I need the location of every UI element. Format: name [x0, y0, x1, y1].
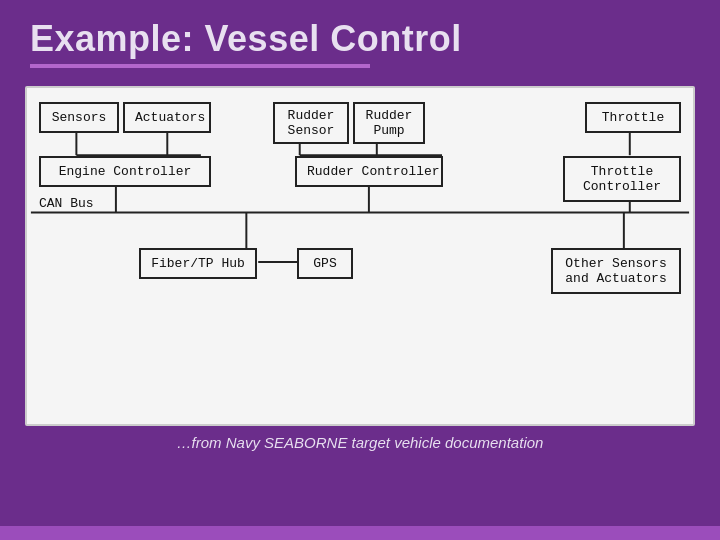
- can-bus-label: CAN Bus: [39, 196, 94, 211]
- title-underline: [30, 64, 370, 68]
- box-actuators: Actuators: [123, 102, 211, 133]
- box-fiber-tp-hub: Fiber/TP Hub: [139, 248, 257, 279]
- box-rudder-sensor: RudderSensor: [273, 102, 349, 144]
- box-other-sensors: Other Sensorsand Actuators: [551, 248, 681, 294]
- box-rudder-pump: RudderPump: [353, 102, 425, 144]
- box-sensors: Sensors: [39, 102, 119, 133]
- box-throttle: Throttle: [585, 102, 681, 133]
- slide: Example: Vessel Control: [0, 0, 720, 540]
- slide-title: Example: Vessel Control: [30, 18, 690, 60]
- caption: …from Navy SEABORNE target vehicle docum…: [0, 434, 720, 451]
- box-gps: GPS: [297, 248, 353, 279]
- title-area: Example: Vessel Control: [0, 0, 720, 76]
- box-throttle-controller: ThrottleController: [563, 156, 681, 202]
- bottom-bar: [0, 526, 720, 540]
- box-rudder-controller: Rudder Controller: [295, 156, 443, 187]
- box-engine-controller: Engine Controller: [39, 156, 211, 187]
- diagram-area: Sensors Actuators RudderSensor RudderPum…: [25, 86, 695, 426]
